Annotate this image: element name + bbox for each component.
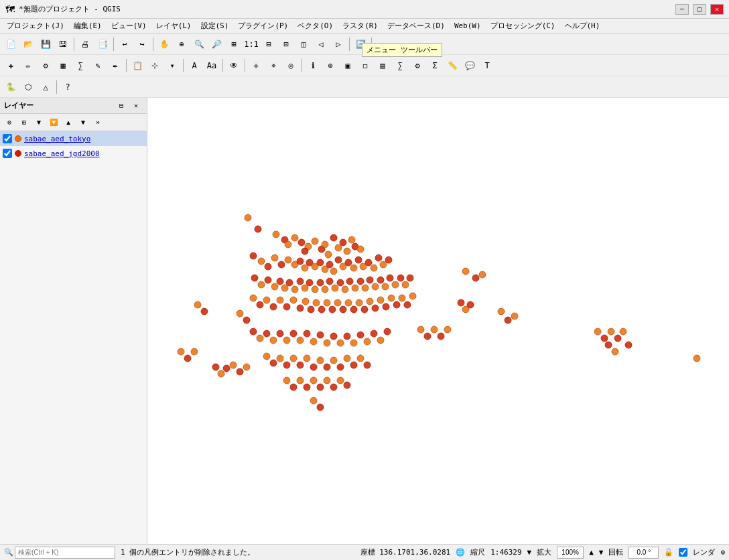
digitize4-button[interactable]: ◎: [283, 58, 299, 74]
map-canvas[interactable]: [147, 98, 729, 544]
svg-point-174: [344, 382, 350, 389]
layer-checkbox-0[interactable]: [3, 134, 12, 143]
comment-button[interactable]: 💬: [462, 58, 478, 74]
help-button[interactable]: ?: [60, 79, 76, 95]
layers-more-button[interactable]: »: [91, 116, 105, 129]
statistics-button[interactable]: ▤: [375, 58, 391, 74]
svg-point-63: [326, 278, 333, 285]
paste-button[interactable]: 📋: [129, 58, 145, 74]
menu-vector[interactable]: ベクタ(O): [293, 19, 337, 32]
python-button[interactable]: 🐍: [3, 79, 19, 95]
zoom-to-native-button[interactable]: 1:1: [243, 36, 259, 52]
save-project-button[interactable]: 💾: [38, 36, 54, 52]
menu-layer[interactable]: レイヤ(L): [152, 19, 196, 32]
layer-item-1[interactable]: sabae_aed_jgd2000: [0, 146, 147, 161]
zoom-layer-button[interactable]: ⊡: [278, 36, 294, 52]
scale-dropdown[interactable]: ▼: [527, 548, 532, 557]
menu-help[interactable]: ヘルプ(H): [561, 19, 604, 32]
rotation-input[interactable]: [628, 547, 659, 559]
triangle-button[interactable]: △: [38, 79, 54, 95]
pan-tool-button[interactable]: ✋: [156, 36, 172, 52]
new-project-button[interactable]: 📄: [3, 36, 19, 52]
settings-button[interactable]: ⚙: [409, 58, 425, 74]
toolbar-separator-8: [222, 59, 223, 72]
menu-edit[interactable]: 編集(E): [70, 19, 106, 32]
menu-project[interactable]: プロジェクト(J): [3, 19, 68, 32]
sum-button[interactable]: Σ: [427, 58, 443, 74]
layers-manage-button[interactable]: ⊞: [17, 116, 31, 129]
deselect-button[interactable]: ◻: [357, 58, 373, 74]
select-button[interactable]: ▣: [340, 58, 356, 74]
render-checkbox[interactable]: [679, 548, 687, 557]
select-location-button[interactable]: ⊕: [322, 58, 338, 74]
layers-close-button[interactable]: ✕: [129, 99, 143, 113]
polygon-button[interactable]: ⬡: [20, 79, 36, 95]
zoom-next-button[interactable]: ▷: [330, 36, 346, 52]
label2-button[interactable]: Aa: [204, 58, 220, 74]
measure-button[interactable]: 📏: [444, 58, 460, 74]
layers-undock-button[interactable]: ⊟: [115, 99, 128, 113]
zoom-out-button[interactable]: 🔎: [208, 36, 224, 52]
redo-button[interactable]: ↪: [134, 36, 150, 52]
toolbar-separator-10: [302, 59, 302, 72]
menu-plugins[interactable]: プラグイン(P): [234, 19, 292, 32]
svg-point-143: [350, 340, 357, 346]
layer-checkbox-1[interactable]: [3, 149, 12, 158]
svg-point-111: [404, 301, 411, 308]
zoom-full-button[interactable]: ⊟: [261, 36, 277, 52]
menu-view[interactable]: ビュー(V): [107, 19, 151, 32]
svg-point-107: [383, 303, 389, 310]
svg-point-90: [290, 297, 297, 303]
open-project-button[interactable]: 📂: [20, 36, 36, 52]
menu-processing[interactable]: プロセッシング(C): [486, 19, 559, 32]
settings-status-button[interactable]: ⚙: [720, 548, 725, 557]
layers-down-button[interactable]: ▼: [76, 116, 90, 129]
layer-item-0[interactable]: sabae_aed_tokyo: [0, 131, 147, 146]
zoom-rubber-band-button[interactable]: ⊞: [226, 36, 242, 52]
svg-point-171: [324, 377, 330, 384]
digitize-new-button[interactable]: ✚: [3, 58, 19, 74]
more-tools-button-2[interactable]: ▾: [164, 58, 180, 74]
menu-database[interactable]: データベース(D): [383, 19, 449, 32]
print-manager-button[interactable]: 📑: [94, 36, 111, 52]
layers-filter-button[interactable]: ▼: [32, 116, 46, 129]
search-input[interactable]: [15, 547, 115, 559]
minimize-button[interactable]: ─: [675, 4, 689, 15]
digitize-button-3[interactable]: ⚙: [38, 58, 54, 74]
layers-add-button[interactable]: ⊕: [3, 116, 16, 129]
edit-button[interactable]: ✎: [90, 58, 106, 74]
pan-to-selection-button[interactable]: ⊕: [174, 36, 190, 52]
digitize2-button[interactable]: ⊹: [147, 58, 163, 74]
calculator-button[interactable]: ∑: [392, 58, 408, 74]
undo-button[interactable]: ↩: [117, 36, 133, 52]
edit2-button[interactable]: ✒: [107, 58, 123, 74]
field-calc-button[interactable]: ∑: [72, 58, 88, 74]
menu-web[interactable]: Web(W): [450, 20, 485, 31]
svg-point-78: [402, 281, 409, 288]
zoom-selection-button[interactable]: ◫: [295, 36, 312, 52]
digitize3-button[interactable]: ⌖: [265, 58, 281, 74]
menu-raster[interactable]: ラスタ(R): [338, 19, 382, 32]
svg-point-88: [277, 297, 283, 303]
save-as-button[interactable]: 🖫: [55, 36, 71, 52]
digitize-button-2[interactable]: ✏: [20, 58, 36, 74]
layers-filter2-button[interactable]: 🔽: [47, 116, 60, 129]
zoom-previous-button[interactable]: ◁: [313, 36, 329, 52]
zoom-in-button[interactable]: 🔍: [191, 36, 207, 52]
maximize-button[interactable]: □: [693, 4, 706, 15]
layers-up-button[interactable]: ▲: [62, 116, 75, 129]
attribute-table-button[interactable]: ▦: [55, 58, 71, 74]
svg-point-17: [348, 236, 355, 243]
cross-hair-button[interactable]: ✛: [248, 58, 264, 74]
zoom-down[interactable]: ▼: [599, 548, 604, 557]
zoom-up[interactable]: ▲: [589, 548, 594, 557]
print-layout-button[interactable]: 🖨: [77, 36, 93, 52]
zoom-input[interactable]: [557, 547, 584, 559]
svg-point-19: [357, 246, 364, 253]
label-button[interactable]: A: [186, 58, 202, 74]
menu-settings[interactable]: 設定(S): [197, 19, 233, 32]
identify-button[interactable]: 👁: [226, 58, 242, 74]
text-button[interactable]: T: [479, 58, 495, 74]
close-button[interactable]: ✕: [710, 4, 724, 15]
info-button[interactable]: ℹ: [305, 58, 321, 74]
